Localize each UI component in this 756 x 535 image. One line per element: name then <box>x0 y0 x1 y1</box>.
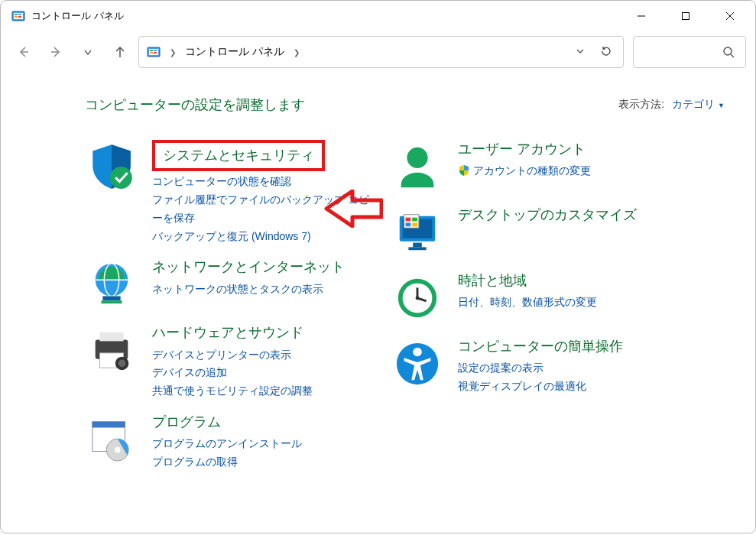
monitor-icon <box>391 206 444 259</box>
svg-rect-3 <box>18 14 21 15</box>
nav-up-button[interactable] <box>106 37 134 67</box>
view-by-value[interactable]: カテゴリ <box>672 98 715 110</box>
sublink[interactable]: デバイスの追加 <box>152 364 375 382</box>
address-dropdown-button[interactable] <box>571 46 589 58</box>
globe-icon <box>85 258 138 311</box>
close-button[interactable] <box>708 1 752 31</box>
shield-icon <box>85 140 138 193</box>
search-box[interactable] <box>633 36 746 68</box>
nav-forward-button[interactable] <box>42 37 70 67</box>
svg-rect-5 <box>18 16 21 18</box>
accessibility-icon <box>391 337 444 391</box>
svg-rect-4 <box>15 16 18 18</box>
sublink[interactable]: デバイスとプリンターの表示 <box>152 346 375 365</box>
svg-line-20 <box>731 54 734 57</box>
sublink[interactable]: ファイル履歴でファイルのバックアップ コピーを保存 <box>152 191 375 228</box>
svg-rect-39 <box>413 243 422 248</box>
svg-rect-2 <box>15 14 18 15</box>
svg-rect-16 <box>154 50 157 51</box>
app-icon <box>11 9 25 23</box>
maximize-button[interactable] <box>664 1 708 31</box>
sublink[interactable]: バックアップと復元 (Windows 7) <box>152 228 375 246</box>
nav-back-button[interactable] <box>10 37 37 67</box>
breadcrumb-current[interactable]: コントロール パネル <box>185 45 284 59</box>
clock-icon <box>391 271 444 325</box>
search-icon <box>722 46 735 58</box>
category-title-hardware[interactable]: ハードウェアとサウンド <box>152 323 375 342</box>
chevron-right-icon[interactable]: ❯ <box>170 48 176 57</box>
svg-rect-45 <box>412 222 417 226</box>
svg-point-21 <box>110 167 132 189</box>
svg-rect-18 <box>154 52 157 54</box>
window-controls <box>619 1 752 31</box>
refresh-button[interactable] <box>597 45 615 60</box>
svg-rect-15 <box>150 50 153 51</box>
category-network: ネットワークとインターネット ネットワークの状態とタスクの表示 <box>85 258 375 311</box>
category-title-ease[interactable]: コンピューターの簡単操作 <box>458 337 681 356</box>
category-title-programs[interactable]: プログラム <box>152 413 375 432</box>
svg-rect-43 <box>412 218 417 222</box>
category-title-users[interactable]: ユーザー アカウント <box>458 140 681 159</box>
category-title-appearance[interactable]: デスクトップのカスタマイズ <box>458 206 681 225</box>
svg-point-52 <box>413 348 422 357</box>
category-clock: 時計と地域 日付、時刻、数値形式の変更 <box>391 271 681 325</box>
address-bar[interactable]: ❯ コントロール パネル ❯ <box>138 36 624 68</box>
printer-icon <box>85 323 138 377</box>
view-by-label: 表示方法: カテゴリ▼ <box>618 98 725 112</box>
svg-point-50 <box>416 297 420 300</box>
content-area: コンピューターの設定を調整します 表示方法: カテゴリ▼ <box>1 73 755 533</box>
minimize-button[interactable] <box>619 1 664 31</box>
svg-rect-26 <box>101 301 122 304</box>
category-hardware: ハードウェアとサウンド デバイスとプリンターの表示 デバイスの追加 共通で使うモ… <box>85 323 375 400</box>
category-title-clock[interactable]: 時計と地域 <box>458 271 681 290</box>
category-system-security: システムとセキュリティ コンピューターの状態を確認 ファイル履歴でファイルのバッ… <box>85 140 375 245</box>
category-users: ユーザー アカウント アカウントの種類の変更 <box>391 140 681 193</box>
svg-rect-28 <box>100 332 124 342</box>
svg-rect-33 <box>92 422 125 428</box>
page-title: コンピューターの設定を調整します <box>85 96 305 114</box>
svg-rect-42 <box>406 218 411 222</box>
chevron-right-icon[interactable]: ❯ <box>294 48 300 57</box>
category-programs: プログラム プログラムのアンインストール プログラムの取得 <box>85 413 375 472</box>
uac-shield-icon <box>458 164 470 177</box>
sublink[interactable]: 共通で使うモビリティ設定の調整 <box>152 382 375 400</box>
svg-rect-40 <box>408 247 426 250</box>
recent-dropdown-button[interactable] <box>74 37 102 67</box>
sublink[interactable]: アカウントの種類の変更 <box>458 162 681 180</box>
svg-point-31 <box>118 360 126 368</box>
svg-rect-7 <box>683 13 689 20</box>
sublink[interactable]: 日付、時刻、数値形式の変更 <box>458 293 681 312</box>
titlebar[interactable]: コントロール パネル <box>1 1 755 31</box>
window-frame: コントロール パネル ❯ コントロール パネル ❯ <box>0 0 756 533</box>
window-title: コントロール パネル <box>31 9 124 23</box>
category-appearance: デスクトップのカスタマイズ <box>391 206 681 259</box>
sublink[interactable]: コンピューターの状態を確認 <box>152 173 375 191</box>
category-title-network[interactable]: ネットワークとインターネット <box>152 258 375 277</box>
svg-rect-25 <box>102 297 120 301</box>
sublink[interactable]: 視覚ディスプレイの最適化 <box>458 378 681 396</box>
svg-point-35 <box>115 447 121 453</box>
sublink[interactable]: プログラムの取得 <box>152 453 375 472</box>
svg-point-36 <box>407 148 427 168</box>
user-icon <box>391 140 444 193</box>
control-panel-icon <box>147 45 161 59</box>
sublink[interactable]: ネットワークの状態とタスクの表示 <box>152 280 375 299</box>
caret-down-icon[interactable]: ▼ <box>718 102 725 109</box>
svg-rect-44 <box>406 222 411 226</box>
toolbar: ❯ コントロール パネル ❯ <box>1 31 755 73</box>
sublink[interactable]: プログラムのアンインストール <box>152 435 375 453</box>
category-title-system[interactable]: システムとセキュリティ <box>152 140 325 171</box>
svg-point-19 <box>724 47 732 55</box>
programs-icon <box>85 413 138 466</box>
category-ease: コンピューターの簡単操作 設定の提案の表示 視覚ディスプレイの最適化 <box>391 337 681 396</box>
sublink[interactable]: 設定の提案の表示 <box>458 359 681 378</box>
svg-rect-17 <box>150 52 153 54</box>
